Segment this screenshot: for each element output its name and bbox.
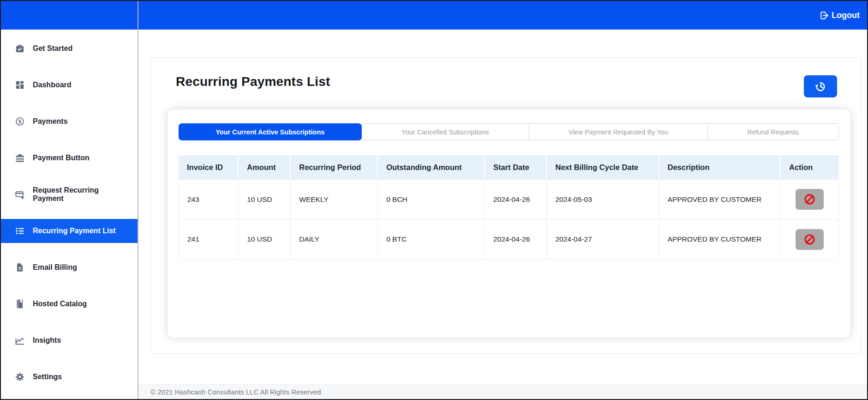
sidebar-nav: Get StartedDashboard$PaymentsPayment But…	[1, 30, 138, 399]
sidebar-item-label: Payments	[33, 117, 68, 126]
history-icon	[814, 80, 827, 93]
copyright-text: © 2021 Hashcash Consultants LLC All Righ…	[150, 388, 321, 396]
book-icon	[15, 299, 25, 309]
app-window: Get StartedDashboard$PaymentsPayment But…	[0, 0, 868, 400]
cancel-ban-icon	[803, 233, 816, 246]
column-header-start-date: Start Date	[485, 155, 547, 179]
column-header-action: Action	[781, 155, 839, 179]
refresh-button[interactable]	[804, 75, 837, 97]
page-title: Recurring Payments List	[176, 74, 330, 89]
sidebar-item-label: Dashboard	[33, 81, 72, 89]
sidebar-item-recurring-payment-list[interactable]: Recurring Payment List	[1, 219, 138, 243]
sidebar-item-label: Payment Button	[33, 154, 90, 162]
table-wrapper: Invoice IDAmountRecurring PeriodOutstand…	[179, 155, 839, 260]
column-header-outstanding-amount: Outstanding Amount	[378, 155, 485, 179]
cancel-subscription-button[interactable]	[796, 189, 824, 210]
sidebar-item-label: Recurring Payment List	[33, 227, 116, 235]
sidebar-item-email-billing[interactable]: Email Billing	[1, 255, 138, 279]
sidebar-item-insights[interactable]: Insights	[1, 328, 138, 352]
dollar-circle-icon: $	[15, 116, 25, 127]
sidebar-item-hosted-catalog[interactable]: Hosted Catalog	[1, 292, 138, 316]
content-area: Recurring Payments List Your Current Act…	[138, 30, 867, 384]
column-header-next-billing-cycle-date: Next Billing Cycle Date	[547, 155, 659, 179]
action-cell	[781, 219, 839, 260]
column-header-amount: Amount	[239, 155, 291, 179]
column-header-description: Description	[659, 155, 781, 179]
sidebar-item-label: Insights	[33, 336, 61, 345]
sidebar-item-label: Request Recurring Payment	[33, 186, 127, 203]
list-icon	[15, 226, 25, 236]
subscriptions-table: Invoice IDAmountRecurring PeriodOutstand…	[179, 155, 839, 260]
column-header-recurring-period: Recurring Period	[291, 155, 378, 179]
sidebar-item-payments[interactable]: $Payments	[1, 109, 138, 133]
column-header-invoice-id: Invoice ID	[179, 155, 239, 179]
tab-refund-requests[interactable]: Refund Requests	[707, 123, 839, 140]
sidebar-item-get-started[interactable]: Get Started	[1, 36, 138, 61]
sidebar-item-request-recurring-payment[interactable]: Request Recurring Payment	[1, 182, 138, 206]
start-date-cell: 2024-04-26	[485, 179, 547, 219]
panel-header: Recurring Payments List	[151, 58, 861, 97]
table-row: 24310 USDWEEKLY0 BCH2024-04-262024-05-03…	[179, 179, 839, 219]
invoice-id-cell: 243	[179, 179, 239, 219]
svg-text:$: $	[18, 119, 21, 124]
table-row: 24110 USDDAILY0 BTC2024-04-262024-04-27A…	[179, 219, 839, 260]
card-plus-icon	[15, 189, 25, 200]
bank-icon	[15, 153, 25, 163]
footer: © 2021 Hashcash Consultants LLC All Righ…	[138, 384, 867, 399]
sidebar-item-label: Email Billing	[33, 263, 77, 272]
amount-cell: 10 USD	[239, 219, 291, 260]
recurring-period-cell: WEEKLY	[291, 179, 378, 219]
cancel-subscription-button[interactable]	[796, 229, 824, 250]
cancel-ban-icon	[803, 193, 816, 206]
topbar: Logout	[138, 1, 867, 30]
outstanding-amount-cell: 0 BCH	[378, 179, 485, 219]
dashboard-grid-icon	[15, 80, 25, 90]
logo-block	[1, 1, 138, 30]
sidebar-item-label: Get Started	[33, 44, 72, 53]
table-header-row: Invoice IDAmountRecurring PeriodOutstand…	[179, 155, 839, 179]
table-body: 24310 USDWEEKLY0 BCH2024-04-262024-05-03…	[179, 179, 839, 260]
outstanding-amount-cell: 0 BTC	[378, 219, 485, 260]
sign-out-icon	[820, 11, 829, 20]
table-head: Invoice IDAmountRecurring PeriodOutstand…	[179, 155, 839, 179]
briefcase-check-icon	[15, 43, 25, 54]
sidebar-item-label: Hosted Catalog	[33, 300, 87, 308]
sidebar-item-label: Settings	[33, 373, 62, 381]
description-cell: APPROVED BY CUSTOMER	[659, 179, 781, 219]
start-date-cell: 2024-04-26	[485, 219, 547, 260]
invoice-id-cell: 241	[179, 219, 239, 260]
action-cell	[781, 179, 839, 219]
main-column: Logout Recurring Payments List Your Curr…	[138, 1, 867, 399]
sidebar-item-settings[interactable]: Settings	[1, 365, 138, 389]
next-billing-cycle-date-cell: 2024-04-27	[547, 219, 659, 260]
recurring-period-cell: DAILY	[291, 219, 378, 260]
sidebar-item-dashboard[interactable]: Dashboard	[1, 73, 138, 97]
sidebar: Get StartedDashboard$PaymentsPayment But…	[1, 1, 138, 399]
logout-button[interactable]: Logout	[817, 10, 862, 21]
chart-line-icon	[15, 335, 25, 345]
description-cell: APPROVED BY CUSTOMER	[659, 219, 781, 260]
next-billing-cycle-date-cell: 2024-05-03	[547, 179, 659, 219]
logout-label: Logout	[832, 11, 860, 20]
amount-cell: 10 USD	[239, 179, 291, 219]
tab-view-payment-requested-by-you[interactable]: View Payment Requested By You	[529, 123, 708, 140]
tab-bar: Your Current Active SubscriptionsYour Ca…	[179, 123, 839, 140]
gear-icon	[15, 372, 25, 382]
tab-your-cancelled-subscriptions[interactable]: Your Cancelled Subscriptions	[361, 123, 529, 140]
subscriptions-card: Your Current Active SubscriptionsYour Ca…	[168, 109, 850, 338]
recurring-payments-panel: Recurring Payments List Your Current Act…	[150, 57, 862, 354]
sidebar-item-payment-button[interactable]: Payment Button	[1, 146, 138, 170]
document-icon	[15, 262, 25, 273]
tab-your-current-active-subscriptions[interactable]: Your Current Active Subscriptions	[179, 123, 362, 140]
